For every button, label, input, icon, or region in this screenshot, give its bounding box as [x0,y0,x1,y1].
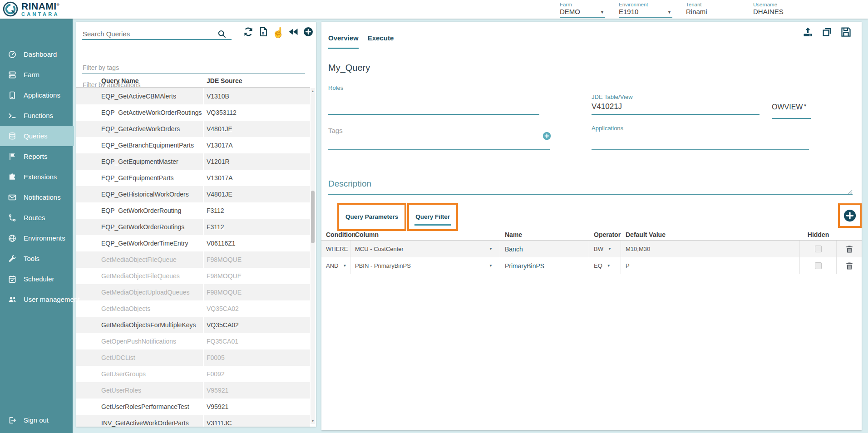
search-input[interactable] [82,28,232,40]
query-row-name: EQP_GetWorkOrderTimeEntry [76,240,203,247]
query-row[interactable]: EQP_GetActiveWorkOrdersV4801JE [76,121,310,137]
query-row[interactable]: GetMediaObjectsVQ35CA02 [76,300,310,317]
sidebar-item-routes[interactable]: Routes [0,207,73,228]
condition-select[interactable]: AND▼ [321,257,350,274]
operator-select[interactable]: EQ▼ [589,257,621,274]
query-row-source: V4801JE [203,186,310,202]
query-table-body: EQP_GetActiveCBMAlertsV1310BEQP_GetActiv… [76,88,310,427]
column-select[interactable]: PBIN - PrimaryBinPS▼ [350,257,500,274]
sidebar-item-label: User management [24,295,79,303]
query-row[interactable]: GetUserGroupsF0092 [76,366,310,382]
sidebar-item-label: Extensions [24,173,57,181]
sidebar-item-tools[interactable]: Tools [0,248,73,269]
query-row[interactable]: GetUserRolesPerformanceTestV95921 [76,399,310,415]
scroll-up-arrow-icon[interactable]: ▲ [311,89,315,93]
query-row[interactable]: EQP_GetBranchEquipmentPartsV13017A [76,137,310,153]
query-row[interactable]: GetMediaObjectsForMultipleKeysVQ35CA02 [76,317,310,333]
sidebar-item-label: Applications [24,91,60,99]
upload-button[interactable] [802,26,814,38]
tags-underline [328,149,550,150]
query-row[interactable]: INV_GetActiveWorkOrderPartsV3111JC [76,415,310,427]
copy-button[interactable] [821,26,833,38]
query-row[interactable]: GetOpenPushNotificationsFQ35CA01 [76,333,310,349]
query-row-name: GetMediaObjectFileQueues [76,272,203,280]
upload-icon [802,32,814,39]
query-row[interactable]: GetUDCListF0005 [76,349,310,366]
jde-table-input[interactable]: V41021J [592,102,622,111]
export-excel-button[interactable]: x [257,27,269,39]
sidebar-item-farm[interactable]: Farm [0,64,73,85]
query-row[interactable]: EQP_GetHistoricalWorkOrdersV4801JE [76,186,310,202]
sidebar-item-functions[interactable]: Functions [0,105,73,126]
query-row-source: VQ35CA02 [203,300,310,317]
description-input[interactable] [328,176,853,194]
query-row[interactable]: EQP_GetWorkOrderRoutingF3112 [76,202,310,219]
query-row[interactable]: EQP_GetEquipmentPartsV13017A [76,170,310,186]
tab-overview[interactable]: Overview [328,34,359,49]
header-field-value[interactable]: E1910▼ [619,8,672,18]
sidebar-item-label: Environments [24,234,65,242]
sidebar-item-scheduler[interactable]: Scheduler [0,269,73,289]
owview-select[interactable]: OWVIEW▼ [772,103,811,111]
operator-select[interactable]: BW▼ [589,241,621,257]
save-button[interactable] [840,26,852,38]
sidebar-item-sign-out[interactable]: Sign out [0,410,73,430]
puzzle-icon [8,172,17,182]
query-row-name: INV_GetActiveWorkOrderParts [76,419,203,427]
select-mode-button[interactable]: ☝ [272,27,284,39]
name-input[interactable]: Banch [500,241,589,257]
query-row[interactable]: GetMediaObjectFileQueueF98MOQUE [76,251,310,268]
resize-handle-icon[interactable] [848,188,853,193]
envelope-icon [8,193,17,202]
tab-query-parameters[interactable]: Query Parameters [345,213,399,224]
default-value-input[interactable]: P [621,257,800,274]
query-row[interactable]: EQP_GetActiveWorkOrderRoutingsVQ353112 [76,104,310,121]
query-row[interactable]: EQP_GetWorkOrderTimeEntryV06116Z1 [76,235,310,251]
query-row[interactable]: GetMediaObjectUploadQueuesF98MOQUE [76,284,310,300]
delete-row-button[interactable] [845,245,854,254]
filter-column-header-condition: Condition [321,231,350,238]
filter-tags-input[interactable] [82,62,305,74]
query-name-input[interactable]: My_Query [328,63,852,81]
sidebar-item-extensions[interactable]: Extensions [0,167,73,187]
filter-column-header-default-value: Default Value [621,231,800,238]
default-value-input[interactable]: M10;M30 [621,241,800,257]
tab-query-filter[interactable]: Query Filter [414,213,451,226]
query-row[interactable]: EQP_GetActiveCBMAlertsV1310B [76,88,310,104]
sidebar-item-notifications[interactable]: Notifications [0,187,73,207]
add-tag-button[interactable] [542,131,552,141]
header-field-environment[interactable]: EnvironmentE1910▼ [619,2,672,18]
tags-input[interactable]: Tags [328,127,343,134]
tab-execute[interactable]: Execute [368,34,394,49]
hidden-checkbox[interactable] [815,262,822,269]
sidebar-item-reports[interactable]: Reports [0,146,73,167]
query-row[interactable]: GetUserRolesV95921 [76,382,310,399]
scrollbar-thumb[interactable] [311,191,315,243]
hidden-checkbox[interactable] [815,246,822,252]
add-filter-button[interactable] [843,209,857,222]
query-row-name: GetMediaObjectUploadQueues [76,289,203,296]
sidebar-item-user-management[interactable]: User management [0,289,73,310]
delete-row-button[interactable] [845,261,854,271]
scroll-down-arrow-icon[interactable]: ▼ [311,419,315,423]
query-row[interactable]: EQP_GetWorkOrderRoutingsF3112 [76,219,310,235]
sidebar-item-applications[interactable]: Applications [0,85,73,105]
collapse-button[interactable] [287,27,299,39]
add-query-button[interactable] [302,27,314,39]
name-input[interactable]: PrimaryBinPS [500,257,589,274]
sidebar-item-queries[interactable]: Queries [0,126,74,146]
query-row-name: EQP_GetEquipmentParts [76,174,203,182]
roles-input[interactable] [328,114,539,115]
refresh-button[interactable] [242,27,254,39]
query-row-name: GetOpenPushNotifications [76,338,203,345]
query-row[interactable]: EQP_GetEquipmentMasterV1201R [76,153,310,170]
query-row[interactable]: GetMediaObjectFileQueuesF98MOQUE [76,268,310,284]
column-select[interactable]: MCU - CostCenter▼ [350,241,500,257]
query-row-name: GetUserRolesPerformanceTest [76,403,203,410]
header-field-value[interactable]: DEMO▼ [560,8,605,18]
applications-input[interactable] [592,149,809,150]
header-field-farm[interactable]: FarmDEMO▼ [560,2,605,18]
sidebar-item-environments[interactable]: Environments [0,228,73,248]
sidebar-item-dashboard[interactable]: Dashboard [0,44,73,64]
query-list-scrollbar[interactable]: ▲ ▼ [311,88,315,424]
